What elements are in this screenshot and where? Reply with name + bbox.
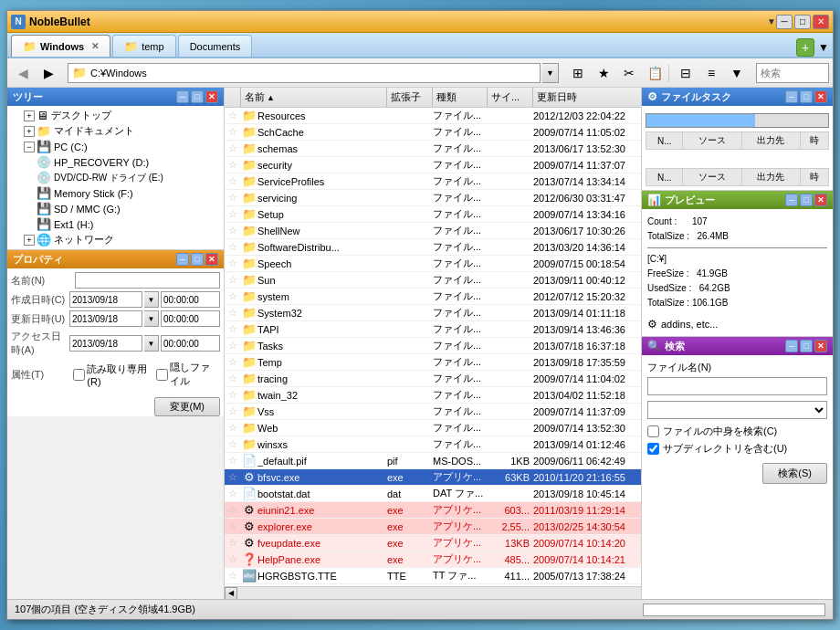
tree-item-f[interactable]: 💾 Memory Stick (F:) — [9, 185, 222, 201]
forward-button[interactable]: ▶ — [37, 62, 60, 84]
props-modified-date-dropdown[interactable]: ▼ — [144, 310, 159, 327]
col-header-size[interactable]: サイ... — [488, 88, 533, 107]
tree-maximize-btn[interactable]: □ — [191, 90, 204, 103]
file-star[interactable]: ☆ — [225, 504, 241, 516]
tab-windows-close[interactable]: ✕ — [91, 41, 99, 51]
file-row[interactable]: ☆ 📁 winsxs ファイル... 2013/09/14 01:12:46 — [225, 436, 641, 453]
tree-minimize-btn[interactable]: ─ — [176, 90, 189, 103]
file-star[interactable]: ☆ — [225, 126, 241, 138]
tree-item-network[interactable]: + 🌐 ネットワーク — [9, 232, 222, 247]
file-row[interactable]: ☆ 📁 SoftwareDistribu... ファイル... 2013/03/… — [225, 239, 641, 256]
file-row[interactable]: ☆ 📁 schemas ファイル... 2013/06/17 13:52:30 — [225, 141, 641, 157]
tree-item-c[interactable]: − 💾 PC (C:) — [9, 139, 222, 154]
tab-temp[interactable]: 📁 temp — [112, 35, 175, 57]
file-star[interactable]: ☆ — [225, 389, 241, 401]
col-header-name[interactable]: 名前 ▲ — [241, 88, 387, 107]
file-row[interactable]: ☆ 📁 SchCache ファイル... 2009/07/14 11:05:02 — [225, 124, 641, 141]
preview-close-btn[interactable]: ✕ — [814, 194, 827, 206]
file-star[interactable]: ☆ — [225, 159, 241, 171]
address-bar[interactable]: 📁 C:¥Windows — [68, 63, 541, 83]
file-star[interactable]: ☆ — [225, 340, 241, 352]
props-change-button[interactable]: 変更(M) — [154, 397, 221, 416]
col-header-type[interactable]: 種類 — [433, 88, 488, 107]
file-row[interactable]: ☆ 📁 twain_32 ファイル... 2013/04/02 11:52:18 — [225, 387, 641, 404]
file-star[interactable]: ☆ — [225, 323, 241, 335]
props-readonly-check[interactable] — [73, 369, 85, 381]
toolbar-view-2[interactable]: ≡ — [699, 62, 723, 84]
props-accessed-date[interactable] — [69, 335, 142, 352]
file-row[interactable]: ☆ ⚙ bfsvc.exe exe アプリケ... 63KB 2010/11/2… — [225, 469, 641, 486]
props-created-date-dropdown[interactable]: ▼ — [144, 291, 159, 308]
props-modified-time[interactable] — [161, 310, 220, 327]
file-row[interactable]: ☆ 📁 security ファイル... 2009/07/14 11:37:07 — [225, 157, 641, 173]
title-dropdown-arrow[interactable]: ▼ — [767, 16, 776, 26]
file-star[interactable]: ☆ — [225, 553, 241, 565]
props-hidden-checkbox[interactable]: 隠しファイル — [156, 361, 220, 388]
search-execute-button[interactable]: 検索(S) — [762, 463, 827, 484]
file-list[interactable]: ☆ 📁 Resources ファイル... 2012/12/03 22:04:2… — [225, 108, 641, 586]
props-created-time[interactable] — [161, 291, 220, 308]
toolbar-icon-3[interactable]: ✂ — [617, 62, 641, 84]
toolbar-view-1[interactable]: ⊟ — [674, 62, 698, 84]
file-row[interactable]: ☆ 🔤 HGRGBSTG.TTE TTE TT ファ... 411... 200… — [225, 568, 641, 584]
close-button[interactable]: ✕ — [813, 15, 829, 29]
props-hidden-check[interactable] — [156, 369, 168, 381]
props-accessed-time[interactable] — [161, 335, 220, 352]
file-star[interactable]: ☆ — [225, 290, 241, 302]
search-maximize-btn[interactable]: □ — [800, 340, 813, 352]
file-row[interactable]: ☆ 📁 Tasks ファイル... 2013/07/18 16:37:18 — [225, 338, 641, 354]
file-row[interactable]: ☆ ⚙ fveupdate.exe exe アプリケ... 13KB 2009/… — [225, 535, 641, 551]
minimize-button[interactable]: ─ — [776, 15, 793, 29]
tree-item-mydocs[interactable]: + 📁 マイドキュメント — [9, 123, 222, 139]
file-row[interactable]: ☆ 📁 servicing ファイル... 2012/06/30 03:31:4… — [225, 190, 641, 206]
props-modified-date[interactable] — [69, 310, 142, 327]
file-star[interactable]: ☆ — [225, 356, 241, 368]
tree-toggle-mydocs[interactable]: + — [24, 126, 35, 137]
tree-item-g[interactable]: 💾 SD / MMC (G:) — [9, 201, 222, 216]
props-created-date[interactable] — [69, 291, 142, 308]
file-star[interactable]: ☆ — [225, 142, 241, 154]
search-type-dropdown[interactable] — [647, 401, 827, 419]
tree-toggle-c[interactable]: − — [24, 142, 35, 152]
file-star[interactable]: ☆ — [225, 405, 241, 417]
tree-toggle-network[interactable]: + — [24, 235, 35, 246]
search-subdirs-checkbox[interactable] — [647, 443, 659, 455]
file-star[interactable]: ☆ — [225, 274, 241, 286]
file-star[interactable]: ☆ — [225, 570, 241, 582]
props-close-btn[interactable]: ✕ — [205, 253, 218, 266]
tree-item-h[interactable]: 💾 Ext1 (H:) — [9, 216, 222, 232]
file-row[interactable]: ☆ 📁 Sun ファイル... 2013/09/11 00:40:12 — [225, 272, 641, 289]
file-row[interactable]: ☆ 📁 system ファイル... 2012/07/12 15:20:32 — [225, 289, 641, 305]
file-row[interactable]: ☆ 📁 ShellNew ファイル... 2013/06/17 10:30:26 — [225, 223, 641, 239]
props-name-input[interactable] — [75, 272, 220, 289]
file-row[interactable]: ☆ 📁 tracing ファイル... 2009/07/14 11:04:02 — [225, 371, 641, 387]
add-tab-button[interactable]: + — [796, 38, 814, 57]
col-header-date[interactable]: 更新日時 — [533, 88, 641, 107]
tab-menu-button[interactable]: ▼ — [818, 41, 829, 54]
file-star[interactable]: ☆ — [225, 110, 241, 121]
file-row[interactable]: ☆ 📁 Speech ファイル... 2009/07/15 00:18:54 — [225, 256, 641, 272]
tree-close-btn[interactable]: ✕ — [205, 90, 218, 103]
props-accessed-date-dropdown[interactable]: ▼ — [144, 335, 159, 352]
tree-item-desktop[interactable]: + 🖥 デスクトップ — [9, 108, 222, 123]
file-row[interactable]: ☆ ⚙ eiunin21.exe exe アプリケ... 603... 2011… — [225, 502, 641, 519]
tab-documents[interactable]: Documents — [178, 35, 253, 57]
toolbar-view-3[interactable]: ▼ — [725, 62, 749, 84]
tree-panel[interactable]: + 🖥 デスクトップ + 📁 マイドキュメント − 💾 PC — [7, 106, 224, 250]
file-star[interactable]: ☆ — [225, 520, 241, 532]
filetask-minimize-btn[interactable]: ─ — [785, 90, 798, 103]
file-row[interactable]: ☆ 📁 Temp ファイル... 2013/09/18 17:35:59 — [225, 354, 641, 371]
back-button[interactable]: ◀ — [11, 62, 35, 84]
file-star[interactable]: ☆ — [225, 537, 241, 549]
props-readonly-checkbox[interactable]: 読み取り専用(R) — [73, 362, 149, 387]
filetask-close-btn[interactable]: ✕ — [814, 90, 827, 103]
file-star[interactable]: ☆ — [225, 488, 241, 499]
search-close-btn[interactable]: ✕ — [814, 340, 827, 352]
file-star[interactable]: ☆ — [225, 208, 241, 220]
scroll-left-btn[interactable]: ◀ — [225, 587, 237, 600]
toolbar-icon-2[interactable]: ★ — [592, 62, 615, 84]
toolbar-icon-4[interactable]: 📋 — [643, 62, 667, 84]
tree-item-d[interactable]: 💿 HP_RECOVERY (D:) — [9, 154, 222, 170]
address-dropdown[interactable]: ▼ — [542, 63, 559, 83]
tree-item-e[interactable]: 💿 DVD/CD-RW ドライブ (E:) — [9, 170, 222, 185]
